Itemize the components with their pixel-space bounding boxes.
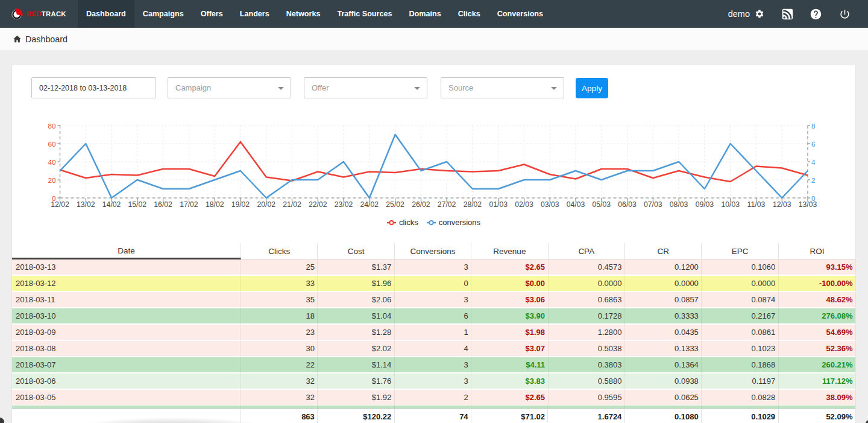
svg-text:27/02: 27/02 bbox=[438, 200, 456, 209]
svg-text:16/02: 16/02 bbox=[154, 200, 172, 209]
svg-text:06/03: 06/03 bbox=[618, 200, 637, 209]
svg-text:60: 60 bbox=[48, 140, 56, 148]
svg-text:28/02: 28/02 bbox=[464, 200, 482, 209]
svg-text:22/02: 22/02 bbox=[309, 200, 327, 209]
svg-text:4: 4 bbox=[811, 158, 816, 167]
svg-text:13/03: 13/03 bbox=[799, 200, 817, 209]
svg-text:07/03: 07/03 bbox=[644, 200, 662, 209]
svg-text:01/03: 01/03 bbox=[489, 200, 508, 209]
svg-text:26/02: 26/02 bbox=[412, 200, 430, 209]
svg-text:09/03: 09/03 bbox=[696, 200, 714, 209]
svg-text:19/02: 19/02 bbox=[231, 200, 250, 209]
svg-text:40: 40 bbox=[48, 158, 56, 167]
svg-text:8: 8 bbox=[811, 122, 816, 130]
svg-text:12/02: 12/02 bbox=[51, 200, 69, 209]
svg-text:02/03: 02/03 bbox=[515, 200, 533, 209]
svg-text:20: 20 bbox=[48, 176, 56, 185]
svg-text:12/03: 12/03 bbox=[773, 200, 791, 209]
svg-text:04/03: 04/03 bbox=[567, 200, 585, 209]
svg-text:20/02: 20/02 bbox=[257, 200, 275, 209]
svg-text:03/03: 03/03 bbox=[541, 200, 559, 209]
svg-text:18/02: 18/02 bbox=[206, 200, 224, 209]
svg-text:08/03: 08/03 bbox=[670, 200, 688, 209]
svg-text:21/02: 21/02 bbox=[283, 200, 301, 209]
svg-text:24/02: 24/02 bbox=[360, 200, 379, 209]
svg-text:17/02: 17/02 bbox=[180, 200, 198, 209]
svg-text:80: 80 bbox=[48, 122, 56, 130]
svg-text:2: 2 bbox=[811, 176, 816, 185]
svg-text:14/02: 14/02 bbox=[102, 200, 121, 209]
svg-text:10/03: 10/03 bbox=[721, 200, 740, 209]
svg-text:23/02: 23/02 bbox=[335, 200, 353, 209]
svg-text:15/02: 15/02 bbox=[128, 200, 147, 209]
svg-text:25/02: 25/02 bbox=[386, 200, 404, 209]
svg-text:13/02: 13/02 bbox=[77, 200, 95, 209]
svg-text:05/03: 05/03 bbox=[593, 200, 611, 209]
svg-text:6: 6 bbox=[811, 140, 816, 148]
svg-text:11/03: 11/03 bbox=[747, 200, 766, 209]
